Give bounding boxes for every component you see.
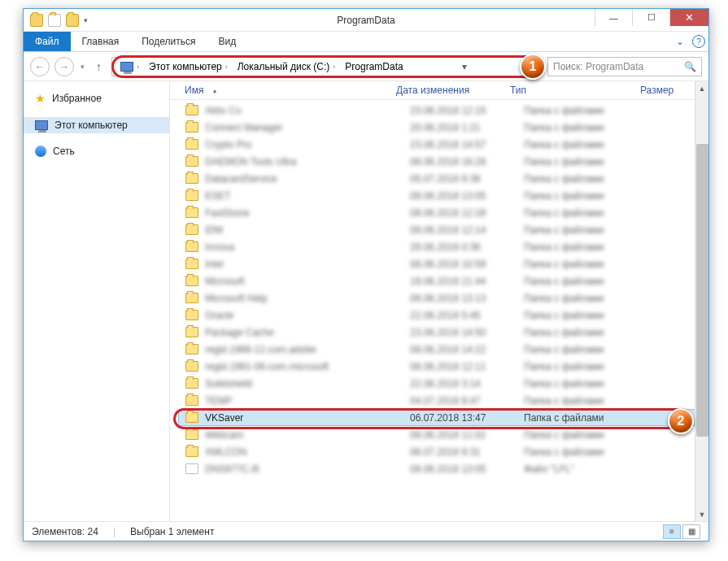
file-row[interactable]: regid.1991-06.com.microsoft08.06.2018 12… (178, 358, 704, 375)
file-row[interactable]: Package Cache23.06.2018 14:50Папка с фай… (178, 324, 704, 341)
file-list-pane: Имя ▴ Дата изменения Тип Размер Aktiv Co… (170, 81, 708, 521)
maximize-button[interactable]: ☐ (632, 9, 669, 26)
folder-icon (185, 139, 198, 150)
file-type: Папка с файлами (524, 173, 654, 185)
file-name: FastStone (205, 207, 410, 219)
up-button[interactable]: ↑ (91, 60, 107, 73)
file-row[interactable]: Intel08.06.2018 10:59Папка с файлами (178, 255, 704, 272)
breadcrumb-seg-1[interactable]: Локальный диск (C:) › (233, 58, 341, 76)
folder-icon (185, 276, 198, 286)
file-name: TEMP (205, 395, 410, 407)
file-type: Файл "LFL" (524, 463, 654, 475)
search-placeholder: Поиск: ProgramData (553, 61, 643, 72)
file-date: 06.07.2018 9:31 (410, 446, 524, 458)
file-row[interactable]: Oracle22.06.2018 5:45Папка с файлами (178, 307, 704, 324)
file-row[interactable]: Innova29.06.2018 0:36Папка с файлами (178, 238, 704, 255)
sidebar-network[interactable]: Сеть (24, 143, 169, 159)
file-type: Папка с файлами (524, 190, 654, 202)
scroll-thumb[interactable] (696, 144, 708, 437)
file-row[interactable]: IDM08.06.2018 12:14Папка с файлами (178, 221, 704, 238)
file-date: 29.06.2018 0:36 (410, 241, 524, 253)
file-row[interactable]: ESET08.06.2018 13:05Папка с файлами (178, 187, 704, 204)
star-icon: ★ (35, 92, 46, 105)
home-tab[interactable]: Главная (71, 32, 131, 51)
col-type[interactable]: Тип (510, 85, 640, 96)
file-row[interactable]: Webcam08.06.2018 11:02Папка с файлами (178, 426, 704, 443)
file-row[interactable]: DNS877C.ift08.06.2018 13:05Файл "LFL"0 К… (178, 460, 704, 477)
folder-icon (185, 344, 198, 354)
back-button[interactable]: ← (30, 57, 50, 76)
scroll-down-icon[interactable]: ▼ (695, 507, 708, 521)
file-row-selected[interactable]: VKSaver06.07.2018 13:47Папка с файлами (178, 409, 704, 426)
qat-properties-icon[interactable] (48, 14, 61, 27)
qat-newfolder-icon[interactable] (66, 14, 79, 27)
help-icon[interactable]: ? (692, 35, 705, 48)
file-row[interactable]: Crypto Pro23.06.2018 14:57Папка с файлам… (178, 136, 704, 153)
vertical-scrollbar[interactable]: ▲ ▼ (695, 100, 708, 521)
file-date: 23.06.2018 14:50 (410, 327, 524, 338)
file-date: 08.06.2018 13:05 (410, 463, 524, 475)
file-row[interactable]: FastStone08.06.2018 12:28Папка с файлами (178, 204, 704, 221)
file-row[interactable]: Aktiv Co23.06.2018 12:15Папка с файлами (178, 102, 704, 119)
view-icons-button[interactable]: ▦ (682, 524, 700, 539)
qat-folder-icon[interactable] (30, 14, 43, 27)
folder-icon (185, 293, 198, 303)
file-name: Microsoft Help (205, 293, 410, 304)
file-date: 23.06.2018 12:15 (410, 105, 524, 116)
file-row[interactable]: XMLCON06.07.2018 9:31Папка с файлами (178, 443, 704, 460)
forward-button[interactable]: → (54, 57, 74, 76)
close-button[interactable]: ✕ (669, 9, 708, 26)
file-row[interactable]: Connect Manager20.06.2018 1:21Папка с фа… (178, 119, 704, 136)
file-name: ESET (205, 190, 410, 202)
file-date: 08.06.2018 13:13 (410, 293, 524, 304)
view-tab[interactable]: Вид (207, 32, 247, 51)
file-name: DatacardService (205, 173, 410, 185)
search-input[interactable]: Поиск: ProgramData 🔍 (547, 57, 702, 76)
file-row[interactable]: Microsoft Help08.06.2018 13:13Папка с фа… (178, 289, 704, 307)
file-row[interactable]: regid.1986-12.com.adobe08.06.2018 14:22П… (178, 341, 704, 358)
file-type: Папка с файлами (524, 395, 654, 407)
file-name: DNS877C.ift (205, 463, 410, 475)
minimize-button[interactable]: — (595, 9, 632, 26)
share-tab[interactable]: Поделиться (130, 32, 207, 51)
sidebar-this-pc[interactable]: Этот компьютер (24, 117, 169, 133)
file-list[interactable]: Aktiv Co23.06.2018 12:15Папка с файламиC… (170, 100, 708, 521)
file-date: 22.06.2018 5:45 (410, 310, 524, 321)
file-type: Папка с файлами (524, 122, 654, 133)
folder-icon (185, 463, 198, 474)
file-name: Oracle (205, 310, 410, 321)
address-bar[interactable]: › Этот компьютер › Локальный диск (C:) ›… (111, 57, 543, 76)
col-name[interactable]: Имя (185, 85, 203, 96)
file-name: VKSaver (205, 412, 410, 424)
ribbon-expand-icon[interactable]: ⌄ (676, 36, 684, 47)
file-name: DAEMON Tools Ultra (205, 156, 410, 167)
folder-icon (185, 173, 198, 184)
file-row[interactable]: TEMP04.07.2018 9:47Папка с файлами (178, 392, 704, 409)
folder-icon (185, 190, 198, 201)
file-row[interactable]: Solidshield22.06.2018 3:14Папка с файлам… (178, 375, 704, 392)
file-date: 08.06.2018 10:59 (410, 259, 524, 270)
folder-icon (185, 156, 198, 167)
file-date: 08.06.2018 12:28 (410, 207, 524, 219)
file-date: 06.07.2018 13:47 (410, 412, 524, 424)
file-row[interactable]: DAEMON Tools Ultra08.06.2018 16:28Папка … (178, 153, 704, 170)
sidebar-favorites-label: Избранное (52, 93, 102, 104)
file-name: Webcam (205, 429, 410, 441)
breadcrumb-seg-0[interactable]: Этот компьютер › (144, 58, 233, 76)
file-type: Папка с файлами (524, 378, 654, 389)
qat-dropdown-icon[interactable]: ▾ (84, 16, 88, 24)
history-dropdown[interactable]: ▾ (79, 63, 86, 71)
breadcrumb-root-icon[interactable]: › (116, 58, 144, 76)
file-row[interactable]: Microsoft19.06.2018 21:44Папка с файлами (178, 272, 704, 289)
file-type: Папка с файлами (524, 139, 654, 150)
col-date[interactable]: Дата изменения (396, 85, 510, 96)
file-row[interactable]: DatacardService05.07.2018 6:38Папка с фа… (178, 170, 704, 187)
file-name: Connect Manager (205, 122, 410, 133)
file-tab[interactable]: Файл (24, 32, 71, 51)
address-dropdown-icon[interactable]: ▾ (457, 61, 472, 72)
breadcrumb-seg-2[interactable]: ProgramData (340, 58, 408, 76)
folder-icon (185, 395, 198, 406)
folder-icon (185, 224, 198, 235)
sidebar-favorites[interactable]: ★ Избранное (24, 89, 169, 107)
view-details-button[interactable]: ≡ (663, 524, 681, 539)
